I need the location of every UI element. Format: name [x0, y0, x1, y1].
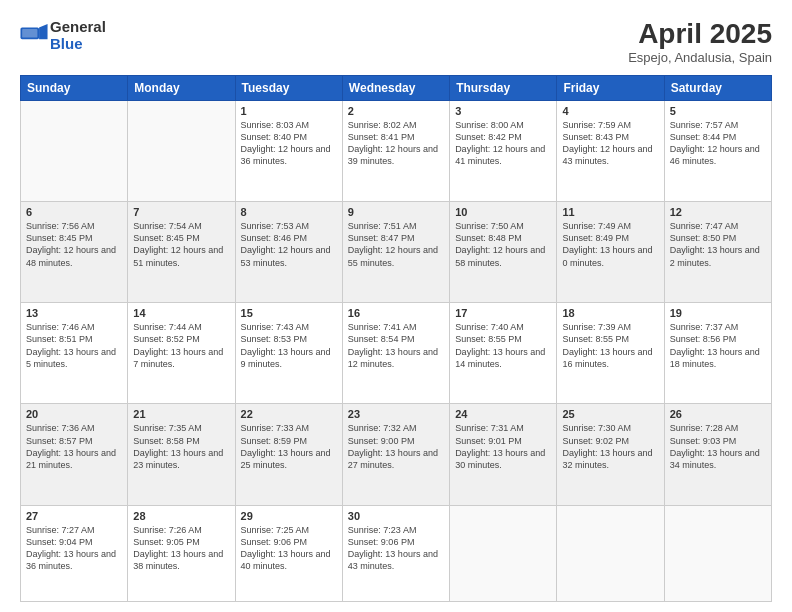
col-sunday: Sunday [21, 76, 128, 101]
table-row: 23Sunrise: 7:32 AM Sunset: 9:00 PM Dayli… [342, 404, 449, 505]
table-row: 26Sunrise: 7:28 AM Sunset: 9:03 PM Dayli… [664, 404, 771, 505]
day-info: Sunrise: 7:23 AM Sunset: 9:06 PM Dayligh… [348, 524, 444, 573]
calendar-subtitle: Espejo, Andalusia, Spain [628, 50, 772, 65]
day-info: Sunrise: 7:57 AM Sunset: 8:44 PM Dayligh… [670, 119, 766, 168]
table-row: 13Sunrise: 7:46 AM Sunset: 8:51 PM Dayli… [21, 303, 128, 404]
table-row: 16Sunrise: 7:41 AM Sunset: 8:54 PM Dayli… [342, 303, 449, 404]
day-info: Sunrise: 7:32 AM Sunset: 9:00 PM Dayligh… [348, 422, 444, 471]
day-info: Sunrise: 7:27 AM Sunset: 9:04 PM Dayligh… [26, 524, 122, 573]
day-info: Sunrise: 7:31 AM Sunset: 9:01 PM Dayligh… [455, 422, 551, 471]
table-row [557, 505, 664, 602]
day-number: 30 [348, 510, 444, 522]
col-tuesday: Tuesday [235, 76, 342, 101]
day-number: 25 [562, 408, 658, 420]
day-info: Sunrise: 8:00 AM Sunset: 8:42 PM Dayligh… [455, 119, 551, 168]
day-number: 13 [26, 307, 122, 319]
day-number: 16 [348, 307, 444, 319]
table-row [128, 101, 235, 202]
table-row: 11Sunrise: 7:49 AM Sunset: 8:49 PM Dayli… [557, 202, 664, 303]
day-number: 19 [670, 307, 766, 319]
table-row: 1Sunrise: 8:03 AM Sunset: 8:40 PM Daylig… [235, 101, 342, 202]
day-info: Sunrise: 7:26 AM Sunset: 9:05 PM Dayligh… [133, 524, 229, 573]
table-row: 10Sunrise: 7:50 AM Sunset: 8:48 PM Dayli… [450, 202, 557, 303]
day-number: 28 [133, 510, 229, 522]
col-saturday: Saturday [664, 76, 771, 101]
day-number: 17 [455, 307, 551, 319]
table-row: 7Sunrise: 7:54 AM Sunset: 8:45 PM Daylig… [128, 202, 235, 303]
logo-icon [20, 24, 48, 46]
svg-marker-1 [39, 24, 47, 39]
day-info: Sunrise: 7:43 AM Sunset: 8:53 PM Dayligh… [241, 321, 337, 370]
table-row: 27Sunrise: 7:27 AM Sunset: 9:04 PM Dayli… [21, 505, 128, 602]
col-wednesday: Wednesday [342, 76, 449, 101]
table-row: 6Sunrise: 7:56 AM Sunset: 8:45 PM Daylig… [21, 202, 128, 303]
calendar-title: April 2025 [628, 18, 772, 50]
day-number: 3 [455, 105, 551, 117]
day-number: 26 [670, 408, 766, 420]
table-row: 9Sunrise: 7:51 AM Sunset: 8:47 PM Daylig… [342, 202, 449, 303]
day-info: Sunrise: 7:53 AM Sunset: 8:46 PM Dayligh… [241, 220, 337, 269]
day-info: Sunrise: 7:39 AM Sunset: 8:55 PM Dayligh… [562, 321, 658, 370]
day-info: Sunrise: 7:59 AM Sunset: 8:43 PM Dayligh… [562, 119, 658, 168]
day-info: Sunrise: 8:03 AM Sunset: 8:40 PM Dayligh… [241, 119, 337, 168]
day-info: Sunrise: 7:44 AM Sunset: 8:52 PM Dayligh… [133, 321, 229, 370]
table-row: 21Sunrise: 7:35 AM Sunset: 8:58 PM Dayli… [128, 404, 235, 505]
day-number: 9 [348, 206, 444, 218]
table-row: 5Sunrise: 7:57 AM Sunset: 8:44 PM Daylig… [664, 101, 771, 202]
day-number: 8 [241, 206, 337, 218]
day-number: 27 [26, 510, 122, 522]
day-number: 10 [455, 206, 551, 218]
day-info: Sunrise: 7:28 AM Sunset: 9:03 PM Dayligh… [670, 422, 766, 471]
table-row: 30Sunrise: 7:23 AM Sunset: 9:06 PM Dayli… [342, 505, 449, 602]
table-row: 12Sunrise: 7:47 AM Sunset: 8:50 PM Dayli… [664, 202, 771, 303]
calendar-header-row: Sunday Monday Tuesday Wednesday Thursday… [21, 76, 772, 101]
table-row: 3Sunrise: 8:00 AM Sunset: 8:42 PM Daylig… [450, 101, 557, 202]
table-row: 25Sunrise: 7:30 AM Sunset: 9:02 PM Dayli… [557, 404, 664, 505]
calendar-table: Sunday Monday Tuesday Wednesday Thursday… [20, 75, 772, 602]
col-friday: Friday [557, 76, 664, 101]
day-info: Sunrise: 7:56 AM Sunset: 8:45 PM Dayligh… [26, 220, 122, 269]
table-row: 24Sunrise: 7:31 AM Sunset: 9:01 PM Dayli… [450, 404, 557, 505]
table-row: 17Sunrise: 7:40 AM Sunset: 8:55 PM Dayli… [450, 303, 557, 404]
day-number: 2 [348, 105, 444, 117]
day-number: 21 [133, 408, 229, 420]
table-row: 28Sunrise: 7:26 AM Sunset: 9:05 PM Dayli… [128, 505, 235, 602]
table-row: 14Sunrise: 7:44 AM Sunset: 8:52 PM Dayli… [128, 303, 235, 404]
day-info: Sunrise: 7:40 AM Sunset: 8:55 PM Dayligh… [455, 321, 551, 370]
day-info: Sunrise: 7:50 AM Sunset: 8:48 PM Dayligh… [455, 220, 551, 269]
logo-text: General Blue [50, 18, 106, 52]
day-number: 20 [26, 408, 122, 420]
title-block: April 2025 Espejo, Andalusia, Spain [628, 18, 772, 65]
day-info: Sunrise: 7:46 AM Sunset: 8:51 PM Dayligh… [26, 321, 122, 370]
day-info: Sunrise: 7:47 AM Sunset: 8:50 PM Dayligh… [670, 220, 766, 269]
table-row [664, 505, 771, 602]
header: General Blue April 2025 Espejo, Andalusi… [20, 18, 772, 65]
col-thursday: Thursday [450, 76, 557, 101]
table-row: 20Sunrise: 7:36 AM Sunset: 8:57 PM Dayli… [21, 404, 128, 505]
day-info: Sunrise: 7:36 AM Sunset: 8:57 PM Dayligh… [26, 422, 122, 471]
day-number: 24 [455, 408, 551, 420]
day-info: Sunrise: 7:25 AM Sunset: 9:06 PM Dayligh… [241, 524, 337, 573]
day-number: 18 [562, 307, 658, 319]
logo: General Blue [20, 18, 106, 52]
day-info: Sunrise: 7:51 AM Sunset: 8:47 PM Dayligh… [348, 220, 444, 269]
day-info: Sunrise: 8:02 AM Sunset: 8:41 PM Dayligh… [348, 119, 444, 168]
day-info: Sunrise: 7:54 AM Sunset: 8:45 PM Dayligh… [133, 220, 229, 269]
day-info: Sunrise: 7:49 AM Sunset: 8:49 PM Dayligh… [562, 220, 658, 269]
day-number: 12 [670, 206, 766, 218]
day-number: 6 [26, 206, 122, 218]
table-row: 4Sunrise: 7:59 AM Sunset: 8:43 PM Daylig… [557, 101, 664, 202]
table-row: 2Sunrise: 8:02 AM Sunset: 8:41 PM Daylig… [342, 101, 449, 202]
day-number: 29 [241, 510, 337, 522]
day-info: Sunrise: 7:30 AM Sunset: 9:02 PM Dayligh… [562, 422, 658, 471]
day-number: 23 [348, 408, 444, 420]
table-row: 15Sunrise: 7:43 AM Sunset: 8:53 PM Dayli… [235, 303, 342, 404]
page: General Blue April 2025 Espejo, Andalusi… [0, 0, 792, 612]
day-number: 15 [241, 307, 337, 319]
table-row: 19Sunrise: 7:37 AM Sunset: 8:56 PM Dayli… [664, 303, 771, 404]
table-row: 22Sunrise: 7:33 AM Sunset: 8:59 PM Dayli… [235, 404, 342, 505]
col-monday: Monday [128, 76, 235, 101]
table-row [450, 505, 557, 602]
svg-rect-2 [22, 29, 37, 37]
table-row: 8Sunrise: 7:53 AM Sunset: 8:46 PM Daylig… [235, 202, 342, 303]
